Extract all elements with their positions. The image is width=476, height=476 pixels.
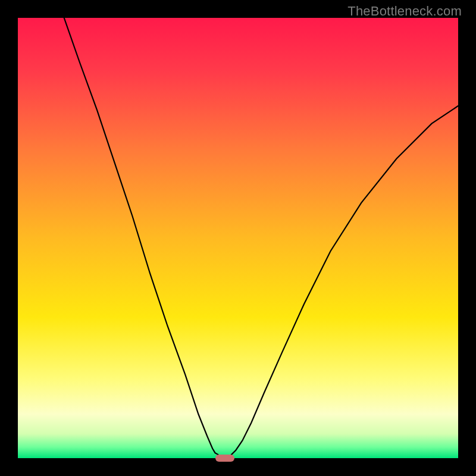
chart-area bbox=[18, 18, 458, 458]
curve-right-branch bbox=[231, 106, 458, 455]
curve-left-branch bbox=[64, 18, 218, 455]
optimal-marker bbox=[215, 455, 235, 462]
bottleneck-curve bbox=[18, 18, 458, 458]
watermark-text: TheBottleneck.com bbox=[347, 4, 462, 19]
